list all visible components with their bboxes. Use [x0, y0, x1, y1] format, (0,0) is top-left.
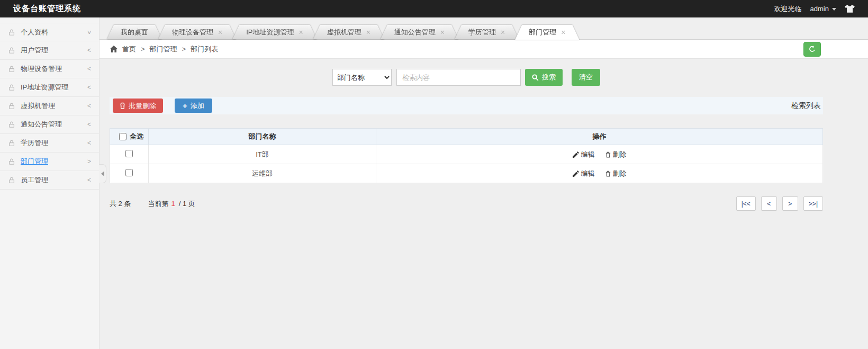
- tab-label: 物理设备管理: [172, 28, 213, 37]
- chevron-left-icon: <: [87, 47, 91, 54]
- tab-label: 学历管理: [468, 28, 496, 37]
- breadcrumb-separator: >: [141, 45, 145, 53]
- table-row: 运维部 编辑 删除: [110, 164, 823, 183]
- sidebar-item-label: 虚拟机管理: [21, 101, 55, 111]
- delete-link-label: 删除: [613, 150, 627, 159]
- pagination-last-button[interactable]: >>|: [803, 196, 823, 211]
- pagination-next-button[interactable]: >: [782, 196, 798, 211]
- tab-ip-resources[interactable]: IP地址资源管理 ×: [232, 25, 317, 39]
- close-icon[interactable]: ×: [366, 29, 370, 36]
- clear-button-label: 清空: [579, 73, 593, 82]
- search-icon: [532, 74, 539, 81]
- plus-icon: +: [183, 102, 187, 110]
- app-body: 个人资料 < 用户管理 < 物理设备管理 < IP地址资源管理 < 虚拟机管理 …: [0, 17, 868, 349]
- breadcrumb-separator: >: [182, 45, 186, 53]
- edit-link-label: 编辑: [581, 150, 595, 159]
- lock-icon: [8, 65, 15, 73]
- close-icon[interactable]: ×: [501, 29, 505, 36]
- chevron-left-icon: <: [87, 84, 91, 91]
- tab-physical-devices[interactable]: 物理设备管理 ×: [158, 25, 236, 39]
- delete-link[interactable]: 删除: [605, 150, 627, 159]
- delete-link-label: 删除: [613, 169, 627, 178]
- row-checkbox[interactable]: [125, 169, 133, 176]
- column-header-department-name: 部门名称: [149, 129, 376, 145]
- sidebar-item-label: 学历管理: [21, 138, 48, 148]
- chevron-down-icon: <: [85, 30, 93, 34]
- sidebar-item-education[interactable]: 学历管理 <: [0, 134, 99, 153]
- tab-virtual-machines[interactable]: 虚拟机管理 ×: [313, 25, 384, 39]
- edit-link[interactable]: 编辑: [573, 169, 595, 178]
- close-icon[interactable]: ×: [299, 29, 303, 36]
- sidebar-item-label: 用户管理: [21, 46, 48, 55]
- sidebar-item-departments[interactable]: 部门管理 >: [0, 153, 99, 171]
- total-count: 共 2 条: [110, 199, 131, 209]
- column-header-operations: 操作: [376, 129, 823, 145]
- tab-label: 虚拟机管理: [327, 28, 361, 37]
- batch-delete-button[interactable]: 批量删除: [113, 99, 163, 113]
- sidebar-item-label: 员工管理: [21, 175, 48, 185]
- lock-icon: [8, 47, 15, 54]
- search-button[interactable]: 搜索: [525, 69, 563, 86]
- refresh-button[interactable]: [803, 42, 821, 57]
- sidebar-collapse-handle[interactable]: [99, 164, 106, 183]
- select-all-checkbox[interactable]: [119, 133, 126, 140]
- table-row: IT部 编辑 删除: [110, 145, 823, 164]
- welcome-text: 欢迎光临: [774, 4, 802, 14]
- chevron-right-icon: >: [87, 158, 91, 165]
- sidebar-item-users[interactable]: 用户管理 <: [0, 41, 99, 60]
- search-input[interactable]: [396, 69, 521, 86]
- tabbar: 我的桌面 物理设备管理 × IP地址资源管理 × 虚拟机管理 ×: [100, 17, 868, 40]
- pencil-icon: [573, 171, 579, 177]
- tab-education[interactable]: 学历管理 ×: [455, 25, 519, 39]
- search-list-label: 检索列表: [791, 101, 821, 111]
- chevron-left-icon: <: [87, 65, 91, 73]
- tab-my-desktop[interactable]: 我的桌面: [107, 25, 162, 39]
- sidebar-item-announcements[interactable]: 通知公告管理 <: [0, 115, 99, 134]
- sidebar-item-physical-devices[interactable]: 物理设备管理 <: [0, 60, 99, 78]
- sidebar-item-label: 通知公告管理: [21, 120, 62, 129]
- lock-icon: [8, 102, 15, 110]
- table-header-row: 全选 部门名称 操作: [110, 129, 823, 145]
- chevron-left-icon: [101, 171, 104, 176]
- sidebar-item-label: 物理设备管理: [21, 64, 62, 74]
- user-menu[interactable]: admin: [810, 5, 836, 13]
- current-page-number: 1: [171, 200, 175, 208]
- tab-announcements[interactable]: 通知公告管理 ×: [381, 25, 458, 39]
- close-icon[interactable]: ×: [218, 29, 222, 36]
- sidebar-item-employees[interactable]: 员工管理 <: [0, 171, 99, 190]
- breadcrumb-home[interactable]: 首页: [122, 44, 136, 54]
- search-field-select[interactable]: 部门名称: [332, 69, 392, 86]
- edit-link[interactable]: 编辑: [573, 150, 595, 159]
- department-name-cell: 运维部: [149, 164, 376, 183]
- chevron-down-icon: [832, 8, 836, 11]
- edit-link-label: 编辑: [581, 169, 595, 178]
- pagination-prev-button[interactable]: <: [761, 196, 777, 211]
- sidebar-item-virtual-machines[interactable]: 虚拟机管理 <: [0, 97, 99, 115]
- username: admin: [810, 5, 829, 13]
- delete-link[interactable]: 删除: [605, 169, 627, 178]
- trash-icon: [605, 151, 611, 158]
- sidebar-item-ip-resources[interactable]: IP地址资源管理 <: [0, 78, 99, 97]
- lock-icon: [8, 139, 15, 147]
- home-icon: [110, 46, 117, 52]
- sidebar-item-profile[interactable]: 个人资料 <: [0, 23, 99, 41]
- refresh-icon: [808, 45, 816, 53]
- lock-icon: [8, 84, 15, 91]
- clear-button[interactable]: 清空: [572, 69, 600, 86]
- close-icon[interactable]: ×: [561, 29, 565, 36]
- add-button[interactable]: + 添加: [175, 99, 212, 113]
- department-table: 全选 部门名称 操作 IT部: [110, 128, 823, 183]
- add-button-label: 添加: [191, 101, 204, 111]
- row-checkbox[interactable]: [125, 150, 133, 157]
- tab-label: IP地址资源管理: [246, 28, 294, 37]
- close-icon[interactable]: ×: [440, 29, 445, 36]
- sidebar: 个人资料 < 用户管理 < 物理设备管理 < IP地址资源管理 < 虚拟机管理 …: [0, 17, 100, 349]
- pagination-first-button[interactable]: |<<: [736, 196, 756, 211]
- tab-departments[interactable]: 部门管理 ×: [515, 25, 579, 40]
- chevron-left-icon: <: [87, 121, 91, 128]
- breadcrumb-department-management[interactable]: 部门管理: [150, 44, 177, 54]
- lock-icon: [8, 121, 15, 128]
- shirt-theme-icon[interactable]: [845, 5, 855, 13]
- lock-icon: [8, 29, 15, 36]
- search-button-label: 搜索: [542, 73, 556, 82]
